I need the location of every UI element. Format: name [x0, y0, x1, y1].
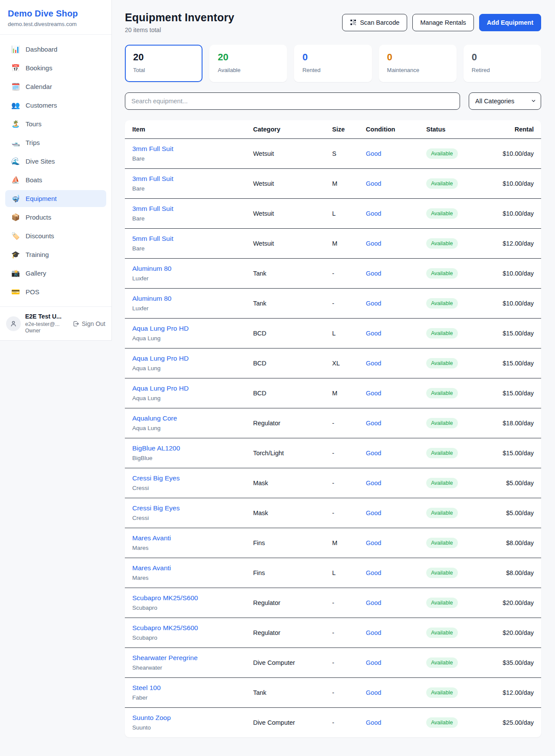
status-badge: Available [426, 328, 458, 339]
condition-link[interactable]: Good [366, 390, 381, 397]
item-category: Tank [253, 288, 332, 318]
item-rental: $35.00/day [489, 648, 541, 677]
condition-link[interactable]: Good [366, 150, 381, 157]
condition-link[interactable]: Good [366, 450, 381, 457]
item-name-link[interactable]: Aluminum 80 [132, 294, 253, 303]
sign-out-icon [72, 320, 79, 327]
scan-barcode-button[interactable]: Scan Barcode [342, 14, 407, 31]
item-name-link[interactable]: Mares Avanti [132, 564, 253, 572]
table-row: Shearwater Peregrine Shearwater Dive Com… [125, 648, 541, 677]
condition-link[interactable]: Good [366, 270, 381, 277]
sidebar-item-dive-sites[interactable]: 🌊 Dive Sites [5, 153, 106, 170]
item-name-link[interactable]: 3mm Full Suit [132, 145, 253, 153]
condition-link[interactable]: Good [366, 420, 381, 427]
stat-card-total[interactable]: 20 Total [125, 45, 202, 82]
stat-card-retired[interactable]: 0 Retired [464, 45, 541, 82]
condition-link[interactable]: Good [366, 539, 381, 546]
item-size: - [332, 648, 366, 677]
brand-domain: demo.test.divestreams.com [8, 21, 104, 27]
condition-link[interactable]: Good [366, 480, 381, 486]
table-row: Cressi Big Eyes Cressi Mask - Good Avail… [125, 468, 541, 498]
user-section: E2E Test U... e2e-tester@... Owner Sign … [0, 306, 111, 340]
item-name-link[interactable]: Steel 100 [132, 684, 253, 692]
item-name-link[interactable]: Mares Avanti [132, 534, 253, 542]
item-name-link[interactable]: Aqua Lung Pro HD [132, 384, 253, 393]
item-name-link[interactable]: Scubapro MK25/S600 [132, 594, 253, 602]
item-category: Wetsuit [253, 138, 332, 168]
stat-value: 20 [218, 52, 279, 63]
item-name-link[interactable]: Aluminum 80 [132, 264, 253, 273]
sign-out-button[interactable]: Sign Out [72, 320, 105, 327]
condition-link[interactable]: Good [366, 599, 381, 606]
condition-link[interactable]: Good [366, 360, 381, 367]
sidebar-item-training[interactable]: 🎓 Training [5, 246, 106, 263]
search-input[interactable] [125, 92, 460, 110]
item-name-link[interactable]: 3mm Full Suit [132, 204, 253, 213]
item-rental: $25.00/day [489, 707, 541, 737]
column-header-rental: Rental [489, 120, 541, 138]
condition-link[interactable]: Good [366, 569, 381, 576]
bar-chart-icon: 📊 [11, 45, 20, 53]
item-brand: Bare [132, 155, 253, 163]
status-badge: Available [426, 298, 458, 309]
sidebar-item-gallery[interactable]: 📸 Gallery [5, 265, 106, 282]
condition-link[interactable]: Good [366, 509, 381, 516]
item-name-link[interactable]: Cressi Big Eyes [132, 474, 253, 483]
item-brand: Aqua Lung [132, 424, 253, 432]
item-name-link[interactable]: BigBlue AL1200 [132, 444, 253, 453]
sidebar-item-trips[interactable]: 🛥️ Trips [5, 134, 106, 151]
item-name-link[interactable]: Aqua Lung Pro HD [132, 354, 253, 363]
item-category: Mask [253, 468, 332, 498]
sidebar-item-boats[interactable]: ⛵ Boats [5, 171, 106, 188]
condition-link[interactable]: Good [366, 659, 381, 666]
item-brand: Aqua Lung [132, 335, 253, 342]
avatar [6, 316, 21, 331]
scan-barcode-label: Scan Barcode [360, 19, 399, 26]
sidebar-item-discounts[interactable]: 🏷️ Discounts [5, 227, 106, 244]
sidebar-item-products[interactable]: 📦 Products [5, 209, 106, 226]
stat-value: 0 [302, 52, 363, 63]
item-category: Fins [253, 558, 332, 588]
item-category: BCD [253, 318, 332, 348]
sidebar-item-dashboard[interactable]: 📊 Dashboard [5, 41, 106, 58]
condition-link[interactable]: Good [366, 330, 381, 337]
condition-link[interactable]: Good [366, 210, 381, 217]
condition-link[interactable]: Good [366, 180, 381, 187]
table-row: Aqua Lung Pro HD Aqua Lung BCD M Good Av… [125, 378, 541, 408]
table-row: 3mm Full Suit Bare Wetsuit M Good Availa… [125, 168, 541, 198]
item-name-link[interactable]: Suunto Zoop [132, 713, 253, 722]
manage-rentals-button[interactable]: Manage Rentals [412, 14, 474, 31]
stat-card-maintenance[interactable]: 0 Maintenance [379, 45, 457, 82]
sidebar-item-customers[interactable]: 👥 Customers [5, 97, 106, 114]
add-equipment-button[interactable]: Add Equipment [479, 14, 541, 31]
item-brand: Faber [132, 694, 253, 702]
sidebar-item-bookings[interactable]: 📅 Bookings [5, 59, 106, 76]
condition-link[interactable]: Good [366, 719, 381, 726]
stat-card-available[interactable]: 20 Available [209, 45, 287, 82]
item-name-link[interactable]: Shearwater Peregrine [132, 654, 253, 662]
sidebar-item-tours[interactable]: 🏝️ Tours [5, 115, 106, 132]
table-row: Aqua Lung Pro HD Aqua Lung BCD XL Good A… [125, 348, 541, 378]
item-name-link[interactable]: Aqualung Core [132, 414, 253, 423]
sidebar-item-calendar[interactable]: 🗓️ Calendar [5, 78, 106, 95]
condition-link[interactable]: Good [366, 300, 381, 307]
item-brand: BigBlue [132, 454, 253, 462]
table-row: Mares Avanti Mares Fins L Good Available… [125, 558, 541, 588]
equipment-table: Item Category Size Condition Status Rent… [125, 120, 541, 737]
item-name-link[interactable]: Aqua Lung Pro HD [132, 324, 253, 333]
item-brand: Mares [132, 574, 253, 582]
sidebar-item-pos[interactable]: 💳 POS [5, 283, 106, 300]
sailboat-icon: ⛵ [11, 176, 20, 184]
category-select[interactable]: All Categories [469, 92, 541, 110]
sidebar-item-equipment[interactable]: 🤿 Equipment [5, 190, 106, 207]
item-brand: Aqua Lung [132, 365, 253, 372]
condition-link[interactable]: Good [366, 240, 381, 247]
stat-card-rented[interactable]: 0 Rented [294, 45, 372, 82]
item-name-link[interactable]: Cressi Big Eyes [132, 504, 253, 513]
item-name-link[interactable]: Scubapro MK25/S600 [132, 624, 253, 632]
item-rental: $15.00/day [489, 348, 541, 378]
condition-link[interactable]: Good [366, 629, 381, 636]
condition-link[interactable]: Good [366, 689, 381, 696]
item-name-link[interactable]: 5mm Full Suit [132, 234, 253, 243]
item-name-link[interactable]: 3mm Full Suit [132, 174, 253, 183]
